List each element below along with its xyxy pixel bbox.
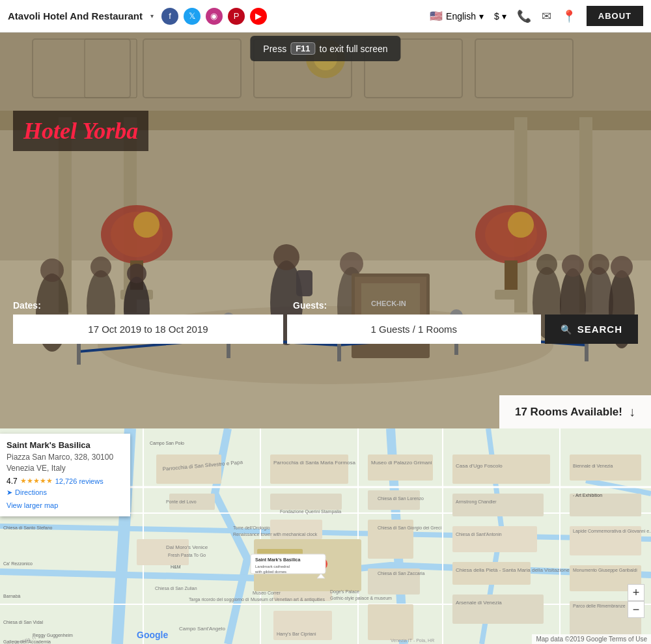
svg-text:Armstrong Chandler: Armstrong Chandler [456,499,497,505]
fullscreen-tooltip: Press F11 to exit full screen [250,36,400,61]
svg-text:Barnabà: Barnabà [3,594,21,598]
search-button[interactable]: 🔍 SEARCH [545,315,638,344]
svg-rect-91 [452,562,531,585]
svg-text:Doge's Palace: Doge's Palace [330,589,359,595]
svg-text:Biennale di Venezia: Biennale di Venezia [573,464,613,468]
svg-text:Monumento Giuseppe Garibaldi: Monumento Giuseppe Garibaldi [573,568,637,573]
tooltip-prefix: Press [263,44,286,54]
tooltip-suffix: to exit full screen [320,44,388,54]
svg-rect-78 [270,494,342,510]
svg-text:Campo Sant'Angelo: Campo Sant'Angelo [179,626,225,632]
map-footer: Map data ©2019 Google Terms of Use [532,634,651,644]
svg-text:Fondazione Querini Stampalia: Fondazione Querini Stampalia [280,509,341,514]
booking-labels: Dates: Guests: [13,300,638,311]
hero-background [0,33,651,428]
svg-rect-90 [452,526,537,552]
phone-icon[interactable]: 📞 [517,9,531,23]
svg-text:Chiesa di San Zulian: Chiesa di San Zulian [155,586,197,591]
date-range-input[interactable]: 17 Oct 2019 to 18 Oct 2019 [13,315,283,344]
hotel-logo-overlay: Hotel Yorba [13,111,148,151]
svg-rect-87 [368,604,413,640]
booking-form: Dates: Guests: 17 Oct 2019 to 18 Oct 201… [0,300,651,344]
svg-text:Chiesa di San Giorgio dei Grec: Chiesa di San Giorgio dei Greci [378,525,441,531]
svg-text:Landmark cathedral: Landmark cathedral [255,565,290,568]
currency-chevron-icon: ▾ [502,11,506,21]
brand-name: Atavoli Hotel And Restaurant [8,10,143,21]
guests-label: Guests: [293,300,638,311]
google-logo: Google [137,630,168,640]
currency-symbol: $ [494,11,499,21]
email-icon[interactable]: ✉ [542,9,551,23]
svg-text:Ponte del Lovo: Ponte del Lovo [166,499,197,504]
rating-number: 4.7 [7,477,18,486]
map-section: Parrocchia di San Silvestro e Papa Ponte… [0,428,651,644]
svg-text:Dal Moro's Venice: Dal Moro's Venice [166,544,208,550]
language-selector[interactable]: 🇺🇸 English ▾ [430,10,484,22]
svg-rect-89 [452,494,544,516]
svg-text:Museo Correr: Museo Correr [253,591,281,595]
guests-input[interactable]: 1 Guests / 1 Rooms [287,315,541,344]
twitter-icon[interactable]: 𝕏 [184,8,201,25]
svg-rect-77 [270,455,348,484]
svg-text:Museo di Palazzo Grimani: Museo di Palazzo Grimani [371,460,432,466]
svg-text:Harry's Bar Cipriani: Harry's Bar Cipriani [277,632,316,637]
booking-inputs: 17 Oct 2019 to 18 Oct 2019 1 Guests / 1 … [13,315,638,344]
map-info-panel: Saint Mark's Basilica Piazza San Marco, … [0,434,130,516]
youtube-icon[interactable]: ▶ [250,8,267,25]
svg-text:with gilded domes: with gilded domes [255,570,286,574]
zoom-out-button[interactable]: − [628,601,644,618]
svg-text:Venezia IT - Pola, HR: Venezia IT - Pola, HR [391,638,434,643]
currency-selector[interactable]: $ ▾ [494,11,506,21]
svg-text:Lapide Commemorativa di Giovan: Lapide Commemorativa di Giovanni e... [573,529,651,534]
hotel-name: Hotel Yorba [23,117,138,145]
svg-text:Campo San Polo: Campo San Polo [150,441,184,446]
svg-text:Fresh Pasta To Go: Fresh Pasta To Go [168,553,206,557]
rooms-arrow-icon: ↓ [629,404,635,419]
svg-text:Chiesa di San Vidal: Chiesa di San Vidal [3,620,43,624]
svg-rect-83 [368,455,433,481]
f11-key-badge: F11 [290,42,315,55]
brand-chevron-icon[interactable]: ▾ [150,12,154,20]
svg-text:Chiesa di Sant'Antonin: Chiesa di Sant'Antonin [456,532,502,537]
svg-text:Torre dell'Orologio: Torre dell'Orologio [233,525,270,531]
review-count[interactable]: 12,726 reviews [55,477,104,485]
search-icon: 🔍 [561,324,572,335]
place-rating: 4.7 ★★★★★ 12,726 reviews [7,477,124,486]
svg-text:Chiesa di San Zaccaria: Chiesa di San Zaccaria [378,571,424,576]
rating-stars: ★★★★★ [20,477,53,485]
zoom-in-button[interactable]: + [628,584,644,601]
larger-map-link[interactable]: View larger map [7,501,58,509]
language-label: English [446,11,476,21]
map-controls: + − [628,584,644,618]
svg-text:Chiesa di San Lorenzo: Chiesa di San Lorenzo [378,496,424,501]
svg-rect-92 [452,595,544,624]
svg-text:Chiesa di Santo Stefano: Chiesa di Santo Stefano [3,525,53,530]
svg-text:Casa d'Ugo Foscolo: Casa d'Ugo Foscolo [456,463,503,469]
svg-text:Gothic-style palace & museum: Gothic-style palace & museum [330,596,392,601]
svg-text:Saint Mark's Basilica: Saint Mark's Basilica [255,557,300,562]
svg-rect-76 [137,539,189,565]
about-button[interactable]: ABOUT [587,6,643,26]
svg-rect-88 [452,455,550,484]
instagram-icon[interactable]: ◉ [206,8,223,25]
directions-icon: ➤ [7,488,12,497]
hero-section: CHECK-IN Hotel Yorba Dates: [0,33,651,428]
header-left: Atavoli Hotel And Restaurant ▾ f 𝕏 ◉ P ▶ [8,8,267,25]
rooms-available-badge: 17 Rooms Available! ↓ [499,395,651,428]
flag-icon: 🇺🇸 [430,10,443,22]
header-right: 🇺🇸 English ▾ $ ▾ 📞 ✉ 📍 ABOUT [430,6,643,26]
directions-button[interactable]: ➤ Directions [7,488,124,497]
svg-text:Parrocchia di Santa Maria Form: Parrocchia di Santa Maria Formosa [273,460,355,466]
facebook-icon[interactable]: f [161,8,178,25]
location-icon[interactable]: 📍 [562,9,576,23]
svg-text:Museum of Venetian art & antiq: Museum of Venetian art & antiquities [251,597,326,602]
svg-text:Ca' Rezzonico: Ca' Rezzonico [3,561,33,566]
language-chevron-icon: ▾ [479,11,484,21]
map-container[interactable]: Parrocchia di San Silvestro e Papa Ponte… [0,428,651,644]
pinterest-icon[interactable]: P [228,8,245,25]
svg-text:Renaissance tower with mechani: Renaissance tower with mechanical clock [233,532,318,537]
page-header: Atavoli Hotel And Restaurant ▾ f 𝕏 ◉ P ▶… [0,0,651,33]
svg-text:Targa ricordo del soggiorno di: Targa ricordo del soggiorno di [189,597,249,602]
dates-label: Dates: [13,300,286,311]
place-name: Saint Mark's Basilica [7,440,124,450]
